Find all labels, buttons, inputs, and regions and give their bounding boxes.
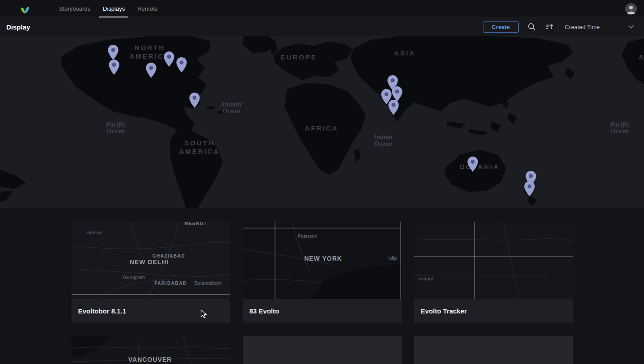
map-label-europe: EUROPE bbox=[280, 53, 317, 61]
person-icon bbox=[625, 3, 637, 15]
page-title: Display bbox=[6, 23, 30, 31]
map-pin[interactable] bbox=[163, 51, 175, 67]
thumb-label: NEW YORK bbox=[304, 255, 342, 262]
map-label-africa: AFRICA bbox=[305, 124, 339, 132]
thumb-label: GHAZIABAD bbox=[153, 254, 186, 258]
map-label-asia: ASIA bbox=[394, 49, 415, 57]
app-logo[interactable] bbox=[19, 3, 31, 15]
map-pin[interactable] bbox=[108, 59, 120, 75]
search-icon[interactable] bbox=[527, 22, 537, 32]
page-header: Display Create Created Time bbox=[0, 18, 644, 36]
thumb-label: Paterson bbox=[297, 233, 317, 239]
sort-icon[interactable] bbox=[546, 23, 554, 30]
display-card-title: Evoltobor 8.1.1 bbox=[78, 307, 127, 315]
create-button[interactable]: Create bbox=[483, 21, 519, 33]
thumb-label: Gurugram bbox=[123, 275, 145, 280]
map-pin[interactable] bbox=[524, 181, 535, 196]
divider bbox=[559, 21, 559, 32]
thumb-label: FARIDABAD bbox=[154, 281, 186, 286]
display-card-footer: Evolto Tracker bbox=[414, 299, 573, 323]
thumb-label: Bulandshahr bbox=[195, 280, 222, 286]
sprout-logo-icon bbox=[20, 4, 30, 14]
thumb-label: NEW DELHI bbox=[130, 258, 169, 266]
nav-tab-storyboards[interactable]: Storyboards bbox=[53, 0, 97, 17]
map-label-pacific-ocean-west: Pacific Ocean bbox=[101, 121, 131, 135]
display-card-title: 83 Evolto bbox=[250, 307, 280, 315]
display-card-vancouver[interactable]: VANCOUVER bbox=[72, 336, 230, 364]
map-label-south-america: SOUTH bbox=[184, 139, 215, 147]
nav-tabs: Storyboards Displays Remote bbox=[53, 0, 164, 17]
thumb-label: Rohtak bbox=[86, 230, 102, 235]
thumb-label: MEERUT bbox=[184, 222, 207, 226]
map-label-south-america: AMERICA bbox=[179, 148, 220, 155]
display-card-title: Evolto Tracker bbox=[421, 307, 467, 315]
thumb-label: Islip bbox=[388, 255, 397, 261]
sort-dropdown[interactable]: Created Time bbox=[546, 21, 638, 32]
display-card[interactable] bbox=[243, 336, 402, 364]
sort-value: Created Time bbox=[565, 24, 600, 30]
display-thumbnail-empty bbox=[243, 336, 402, 364]
display-card-evolto-tracker[interactable]: vatmal Evolto Tracker bbox=[414, 222, 573, 323]
map-pin[interactable] bbox=[145, 63, 157, 78]
thumb-label: vatmal bbox=[418, 276, 432, 281]
display-card-evoltobor[interactable]: MEERUT Rohtak GHAZIABAD NEW DELHI Gurugr… bbox=[72, 222, 230, 323]
nav-tab-displays[interactable]: Displays bbox=[97, 0, 131, 17]
map-label-oceania: OCEANIA bbox=[459, 163, 500, 170]
map-pin[interactable] bbox=[388, 100, 399, 115]
map-pin[interactable] bbox=[467, 157, 479, 172]
display-thumbnail-map: MEERUT Rohtak GHAZIABAD NEW DELHI Gurugr… bbox=[72, 222, 230, 299]
top-navigation: Storyboards Displays Remote bbox=[0, 0, 644, 18]
display-thumbnail-empty bbox=[414, 336, 573, 364]
display-card-footer: Evoltobor 8.1.1 bbox=[72, 299, 230, 323]
display-thumbnail-map: vatmal bbox=[414, 222, 573, 299]
display-card-footer: 83 Evolto bbox=[243, 299, 402, 323]
thumb-label: VANCOUVER bbox=[128, 356, 172, 363]
display-thumbnail-map: VANCOUVER bbox=[72, 336, 230, 364]
map-label-america-wrapped: AMERICA bbox=[639, 53, 644, 61]
user-avatar[interactable] bbox=[625, 3, 637, 15]
map-pin[interactable] bbox=[107, 45, 119, 60]
map-pin[interactable] bbox=[189, 93, 200, 108]
nav-tab-remote[interactable]: Remote bbox=[131, 0, 164, 17]
world-map-continents bbox=[0, 36, 644, 208]
map-pin[interactable] bbox=[391, 86, 403, 102]
map-label-indian-ocean: Indian Ocean bbox=[369, 134, 398, 147]
chevron-down-icon[interactable] bbox=[628, 25, 634, 29]
display-card[interactable] bbox=[414, 336, 573, 364]
map-label-pacific-ocean-east: Pacific Ocean bbox=[605, 121, 635, 135]
world-map[interactable]: NORTH AMERICA EUROPE ASIA AFRICA SOUTH A… bbox=[0, 36, 644, 208]
map-pin[interactable] bbox=[176, 57, 187, 72]
display-card-grid: MEERUT Rohtak GHAZIABAD NEW DELHI Gurugr… bbox=[72, 222, 573, 364]
display-thumbnail-map: Paterson NEW YORK Islip bbox=[243, 222, 402, 299]
display-card-83-evolto[interactable]: Paterson NEW YORK Islip 83 Evolto bbox=[243, 222, 402, 323]
map-label-north-america: NORTH bbox=[135, 44, 165, 51]
header-actions: Create Created Time bbox=[483, 21, 638, 33]
map-label-atlantic-ocean: Atlantic Ocean bbox=[217, 101, 246, 114]
